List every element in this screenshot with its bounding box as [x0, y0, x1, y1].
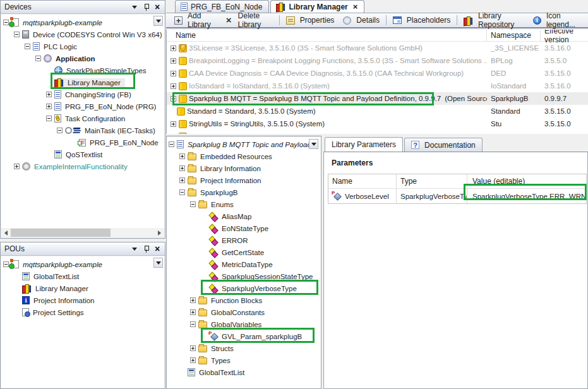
devices-item-project-root[interactable]: mqttsparkplugb-example: [1, 16, 164, 28]
libtree-structs[interactable]: Structs: [167, 342, 321, 354]
collapse-icon[interactable]: [3, 261, 9, 267]
column-header-name[interactable]: Name: [328, 174, 397, 188]
libtree-sparkplugverbosetype[interactable]: SparkplugVerboseType: [167, 282, 321, 294]
collapse-icon[interactable]: [179, 189, 185, 195]
collapse-icon[interactable]: [3, 20, 9, 25]
collapse-icon[interactable]: [25, 44, 30, 49]
expand-icon[interactable]: [171, 96, 176, 102]
expand-icon[interactable]: [190, 297, 196, 303]
expand-icon[interactable]: [190, 345, 196, 351]
expand-icon[interactable]: [46, 104, 52, 109]
placeholders-button[interactable]: Placeholders: [388, 14, 455, 27]
collapse-icon[interactable]: [190, 321, 196, 327]
libtree-embedded-resources[interactable]: Embedded Resources: [167, 150, 321, 162]
expand-icon[interactable]: [190, 309, 196, 315]
devices-item-prg-fb-eon-node-call[interactable]: PRG_FB_EoN_Node: [1, 136, 164, 148]
devices-item-library-manager[interactable]: Library Manager: [1, 76, 164, 88]
parameter-row-verboselevel[interactable]: VerboseLevel SparkplugVerboseType Sparkp…: [328, 189, 586, 203]
expand-icon[interactable]: [14, 164, 20, 169]
scrollbar-thumb[interactable]: [11, 229, 111, 237]
devices-horizontal-scrollbar[interactable]: [1, 228, 164, 237]
expand-icon[interactable]: [171, 71, 176, 76]
pous-item-globaltextlist[interactable]: GlobalTextList: [1, 270, 164, 282]
column-header-name[interactable]: Name: [167, 30, 487, 41]
libtree-error[interactable]: ERROR: [167, 234, 321, 246]
expand-icon[interactable]: [171, 134, 176, 135]
library-repository-button[interactable]: Library Repository: [459, 14, 529, 27]
collapse-icon[interactable]: [190, 201, 196, 207]
expand-icon[interactable]: [171, 45, 176, 51]
scroll-right-icon[interactable]: [155, 228, 164, 237]
add-library-button[interactable]: Add Library: [170, 14, 220, 27]
libtree-project-information[interactable]: Project Information: [167, 174, 321, 186]
tab-library-parameters[interactable]: Library Parameters: [325, 137, 403, 152]
libtree-enums[interactable]: Enums: [167, 198, 321, 210]
pous-item-project-root[interactable]: mqttsparkplugb-example: [1, 258, 164, 270]
devices-root-combo-button[interactable]: [153, 16, 163, 26]
details-button[interactable]: Details: [339, 14, 384, 27]
libtree-sparkplugsessionstatetype[interactable]: SparkplugSessionStateType: [167, 270, 321, 282]
icon-legend-button[interactable]: Icon legend...: [529, 14, 584, 27]
expand-icon[interactable]: [179, 177, 185, 183]
devices-item-device[interactable]: Device (CODESYS Control Win V3 x64): [1, 28, 164, 40]
pous-pin-button[interactable]: [141, 244, 151, 254]
libtree-root[interactable]: Sparkplug B MQTT Topic and Payload: [167, 138, 321, 150]
libtree-globalconstants[interactable]: GlobalConstants: [167, 306, 321, 318]
expand-icon[interactable]: [171, 58, 176, 64]
library-row-breakpointlogging[interactable]: BreakpointLogging = Breakpoint Logging F…: [167, 54, 588, 67]
library-row-standard[interactable]: Standard = Standard, 3.5.15.0 (System) S…: [167, 105, 588, 117]
libtree-types[interactable]: Types: [167, 354, 321, 366]
pous-menu-button[interactable]: [129, 244, 140, 254]
tab-documentation[interactable]: Documentation: [404, 138, 483, 152]
library-row-caa-device-diagnosis[interactable]: CAA Device Diagnosis = CAA Device Diagno…: [167, 67, 588, 80]
tab-prg-fb-eon-node[interactable]: PRG_FB_EoN_Node: [175, 0, 269, 13]
tab-library-manager[interactable]: Library Manager: [270, 0, 364, 13]
library-row-3slicense[interactable]: 3SLicense = 3SLicense, 3.5.16.0 (3S - Sm…: [167, 42, 588, 54]
pous-item-project-information[interactable]: Project Information: [1, 294, 164, 306]
parameter-value-editable[interactable]: SparkplugVerboseType.ERR_WRN: [467, 193, 586, 200]
libtree-root-combo-button[interactable]: [309, 139, 318, 149]
libtree-sparkplugb[interactable]: SparkplugB: [167, 186, 321, 198]
devices-item-example-internal-functionality[interactable]: ExampleInternalFunctionality: [1, 160, 164, 172]
properties-button[interactable]: Properties: [282, 14, 339, 27]
tab-close-icon[interactable]: [353, 2, 358, 11]
pous-root-combo-button[interactable]: [153, 258, 163, 268]
delete-library-button[interactable]: Delete Library: [220, 14, 277, 27]
collapse-icon[interactable]: [169, 141, 174, 147]
libtree-library-information[interactable]: Library Information: [167, 162, 321, 174]
column-header-type[interactable]: Type: [397, 174, 467, 188]
expand-icon[interactable]: [46, 92, 52, 97]
collapse-icon[interactable]: [46, 116, 52, 121]
scroll-left-icon[interactable]: [1, 228, 11, 237]
devices-item-task-configuration[interactable]: Task Configuration: [1, 112, 164, 124]
pous-close-button[interactable]: [152, 244, 162, 254]
library-row-iostandard[interactable]: IoStandard = IoStandard, 3.5.16.0 (Syste…: [167, 80, 588, 92]
expand-icon[interactable]: [171, 121, 176, 127]
devices-item-plc-logic[interactable]: PLC Logic: [1, 40, 164, 52]
devices-item-changingstring[interactable]: ChangingString (FB): [1, 88, 164, 100]
pous-item-library-manager[interactable]: Library Manager: [1, 282, 164, 294]
pous-item-project-settings[interactable]: Project Settings: [1, 306, 164, 318]
expand-icon[interactable]: [171, 83, 176, 89]
libtree-getcertstate[interactable]: GetCertState: [167, 246, 321, 258]
library-row-stringutils[interactable]: StringUtils = StringUtils, 3.5.15.0 (Sys…: [167, 117, 588, 130]
devices-item-maintask[interactable]: MainTask (IEC-Tasks): [1, 124, 164, 136]
libtree-function-blocks[interactable]: Function Blocks: [167, 294, 321, 306]
libtree-globaltextlist[interactable]: GlobalTextList: [167, 366, 321, 378]
libtree-globalvariables[interactable]: GlobalVariables: [167, 318, 321, 330]
column-header-namespace[interactable]: Namespace: [487, 30, 541, 41]
devices-item-sparkplugb-simpletypes[interactable]: SparkPlugBSimpleTypes: [1, 64, 164, 76]
libtree-eonstatetype[interactable]: EoNStateType: [167, 222, 321, 234]
libtree-gvl-param-sparkplugb[interactable]: GVL_Param_sparkplugB: [167, 330, 321, 342]
collapse-icon[interactable]: [35, 56, 41, 61]
library-row-sparkplug-b-mqtt[interactable]: Sparkplug B MQTT = Sparkplug B MQTT Topi…: [167, 92, 588, 105]
expand-icon[interactable]: [179, 165, 185, 171]
expand-icon[interactable]: [190, 357, 196, 363]
devices-pin-button[interactable]: [141, 3, 151, 12]
devices-item-qostextlist[interactable]: QoSTextlist: [1, 148, 164, 160]
libtree-aliasmap[interactable]: AliasMap: [167, 210, 321, 222]
collapse-icon[interactable]: [14, 32, 20, 37]
devices-menu-button[interactable]: [129, 3, 140, 12]
devices-close-button[interactable]: [152, 3, 162, 12]
column-header-version[interactable]: Effective version: [541, 30, 588, 44]
